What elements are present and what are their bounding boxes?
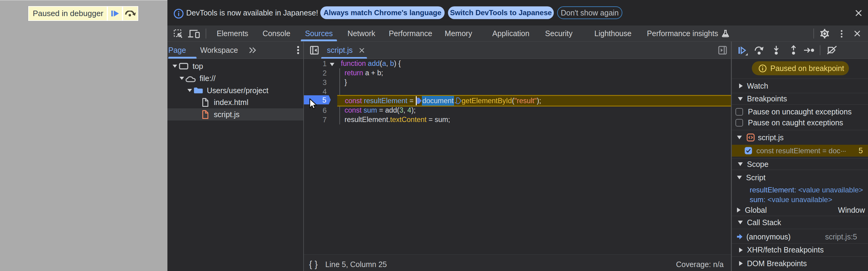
svg-text:5: 5 (322, 96, 326, 104)
